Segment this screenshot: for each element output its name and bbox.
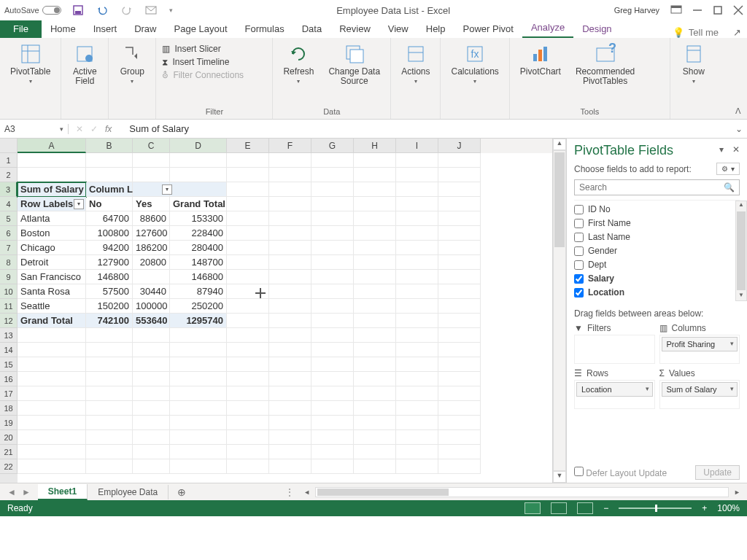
- field-location[interactable]: Location: [574, 287, 740, 298]
- cell-I19[interactable]: [396, 416, 438, 430]
- cell-A7[interactable]: Chicago: [18, 241, 86, 255]
- cell-C2[interactable]: [133, 168, 170, 182]
- cell-H10[interactable]: [354, 284, 396, 299]
- tab-insert[interactable]: Insert: [85, 20, 126, 38]
- enter-icon[interactable]: ✓: [90, 124, 98, 134]
- field-salary[interactable]: Salary: [574, 273, 740, 284]
- undo-icon[interactable]: [96, 5, 108, 15]
- cell-I3[interactable]: [396, 182, 438, 197]
- cell-C18[interactable]: [133, 401, 170, 416]
- cell-I17[interactable]: [396, 386, 438, 401]
- cell-C4[interactable]: Yes: [133, 197, 170, 211]
- cell-J10[interactable]: [438, 284, 481, 299]
- tab-draw[interactable]: Draw: [125, 20, 165, 38]
- sheet-nav-prev-icon[interactable]: ◄: [7, 487, 16, 497]
- cell-F20[interactable]: [269, 430, 311, 445]
- row-header-5[interactable]: 5: [0, 211, 18, 226]
- cell-C11[interactable]: 100000: [133, 299, 170, 314]
- col-header-F[interactable]: F: [269, 139, 311, 153]
- cell-I16[interactable]: [396, 372, 438, 386]
- recommended-pivottables-button[interactable]: ? Recommended PivotTables: [571, 41, 639, 88]
- sheet-nav-next-icon[interactable]: ►: [22, 487, 31, 497]
- cell-E3[interactable]: [227, 182, 269, 197]
- tab-page-layout[interactable]: Page Layout: [166, 20, 236, 38]
- values-chip[interactable]: Sum of Salary: [662, 382, 738, 397]
- tab-file[interactable]: File: [0, 20, 42, 38]
- cell-D18[interactable]: [170, 401, 227, 416]
- row-header-3[interactable]: 3: [0, 182, 18, 197]
- cell-I20[interactable]: [396, 430, 438, 445]
- cell-J16[interactable]: [438, 372, 481, 386]
- cell-G20[interactable]: [311, 430, 354, 445]
- cell-F2[interactable]: [269, 168, 311, 182]
- col-header-D[interactable]: D: [170, 139, 227, 153]
- cell-B9[interactable]: 146800: [86, 270, 133, 284]
- cell-J19[interactable]: [438, 416, 481, 430]
- cell-G16[interactable]: [311, 372, 354, 386]
- cell-I11[interactable]: [396, 299, 438, 314]
- cancel-icon[interactable]: ✕: [76, 124, 83, 134]
- tab-review[interactable]: Review: [330, 20, 379, 38]
- cell-B16[interactable]: [86, 372, 133, 386]
- maximize-icon[interactable]: [713, 6, 722, 15]
- cell-G21[interactable]: [311, 445, 354, 459]
- rows-area[interactable]: ☰Rows Location: [574, 368, 655, 409]
- field-list-scrollbar[interactable]: ▲ ▼: [735, 201, 747, 301]
- cell-B1[interactable]: [86, 153, 133, 168]
- cell-B12[interactable]: 742100: [86, 314, 133, 328]
- cell-A17[interactable]: [18, 386, 86, 401]
- cell-H8[interactable]: [354, 255, 396, 270]
- cell-A21[interactable]: [18, 445, 86, 459]
- cell-E11[interactable]: [227, 299, 269, 314]
- zoom-in-icon[interactable]: +: [702, 503, 707, 513]
- columns-area[interactable]: ▥Columns Profit Sharing: [659, 323, 740, 364]
- cell-F9[interactable]: [269, 270, 311, 284]
- row-header-17[interactable]: 17: [0, 386, 18, 401]
- cell-G18[interactable]: [311, 401, 354, 416]
- cell-I7[interactable]: [396, 241, 438, 255]
- cell-G2[interactable]: [311, 168, 354, 182]
- cell-C20[interactable]: [133, 430, 170, 445]
- tab-split-icon[interactable]: ⋮: [282, 487, 297, 497]
- row-header-4[interactable]: 4: [0, 197, 18, 211]
- cell-B17[interactable]: [86, 386, 133, 401]
- scroll-up-icon[interactable]: ▲: [553, 139, 566, 150]
- cell-C12[interactable]: 553640: [133, 314, 170, 328]
- cell-D19[interactable]: [170, 416, 227, 430]
- cell-C15[interactable]: [133, 357, 170, 372]
- zoom-out-icon[interactable]: −: [603, 503, 608, 513]
- row-labels-filter[interactable]: ▾: [74, 199, 84, 209]
- cell-I22[interactable]: [396, 459, 438, 474]
- user-name[interactable]: Greg Harvey: [614, 6, 659, 15]
- cell-G17[interactable]: [311, 386, 354, 401]
- cell-G7[interactable]: [311, 241, 354, 255]
- scroll-thumb[interactable]: [737, 211, 746, 290]
- cell-C7[interactable]: 186200: [133, 241, 170, 255]
- cell-G19[interactable]: [311, 416, 354, 430]
- cell-A1[interactable]: [18, 153, 86, 168]
- cell-J1[interactable]: [438, 153, 481, 168]
- cell-J20[interactable]: [438, 430, 481, 445]
- cell-A6[interactable]: Boston: [18, 226, 86, 241]
- scroll-thumb[interactable]: [317, 489, 449, 496]
- row-header-13[interactable]: 13: [0, 328, 18, 343]
- cell-B7[interactable]: 94200: [86, 241, 133, 255]
- cell-G5[interactable]: [311, 211, 354, 226]
- cell-H20[interactable]: [354, 430, 396, 445]
- pane-layout-button[interactable]: ⚙▾: [716, 163, 740, 175]
- cell-D17[interactable]: [170, 386, 227, 401]
- cell-F4[interactable]: [269, 197, 311, 211]
- zoom-level[interactable]: 100%: [717, 503, 740, 513]
- cell-D4[interactable]: Grand Total: [170, 197, 227, 211]
- cell-B18[interactable]: [86, 401, 133, 416]
- calculations-button[interactable]: fx Calculations ▾: [446, 41, 503, 86]
- cell-J4[interactable]: [438, 197, 481, 211]
- cell-B13[interactable]: [86, 328, 133, 343]
- cell-J14[interactable]: [438, 343, 481, 357]
- cell-H21[interactable]: [354, 445, 396, 459]
- cell-E9[interactable]: [227, 270, 269, 284]
- cell-C10[interactable]: 30440: [133, 284, 170, 299]
- cell-A20[interactable]: [18, 430, 86, 445]
- cell-G1[interactable]: [311, 153, 354, 168]
- cell-F13[interactable]: [269, 328, 311, 343]
